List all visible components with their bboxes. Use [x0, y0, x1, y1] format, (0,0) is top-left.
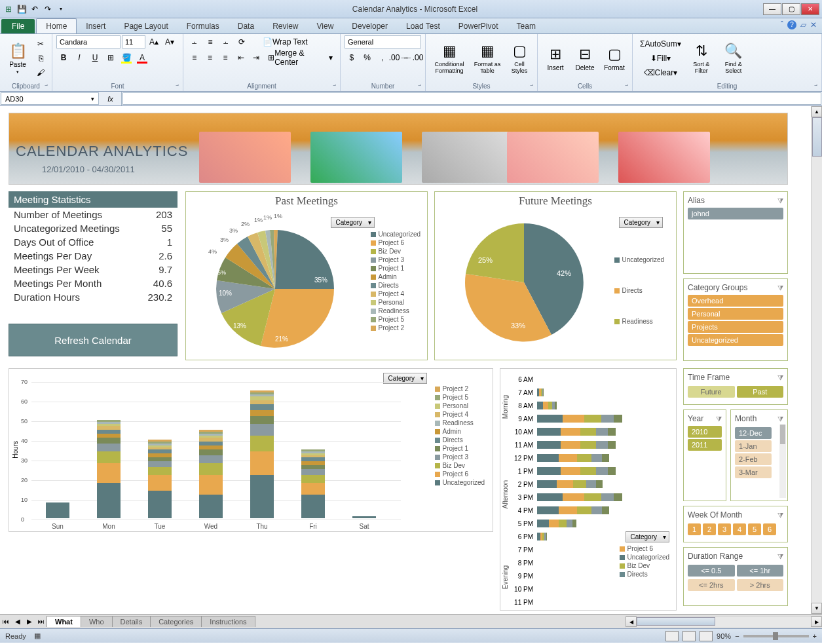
- sheet-tab[interactable]: Details: [112, 616, 151, 627]
- tab-formulas[interactable]: Formulas: [177, 19, 229, 33]
- comma-icon[interactable]: ,: [375, 51, 390, 64]
- scrollbar[interactable]: [779, 425, 786, 498]
- minimize-ribbon-icon[interactable]: ˆ: [781, 20, 783, 29]
- slicer-item[interactable]: 6: [763, 523, 776, 535]
- undo-icon[interactable]: ↶: [29, 3, 41, 15]
- format-as-table-button[interactable]: ▦Format as Table: [471, 37, 504, 79]
- help-icon[interactable]: ?: [787, 20, 796, 29]
- sheet-tab[interactable]: What: [47, 616, 81, 627]
- tab-data[interactable]: Data: [229, 19, 263, 33]
- slicer-item[interactable]: 3: [718, 523, 731, 535]
- bold-icon[interactable]: B: [56, 51, 71, 64]
- last-tab-icon[interactable]: ⏭: [35, 618, 47, 625]
- scroll-left-icon[interactable]: ◀: [626, 616, 637, 627]
- first-tab-icon[interactable]: ⏮: [0, 618, 12, 625]
- paste-button[interactable]: 📋Paste▾: [4, 37, 31, 79]
- scroll-thumb[interactable]: [637, 617, 715, 626]
- cell-styles-button[interactable]: ▢Cell Styles: [506, 37, 533, 79]
- slicer-item[interactable]: 2010: [688, 426, 722, 438]
- category-dropdown[interactable]: Category: [619, 217, 663, 228]
- formula-input[interactable]: [122, 92, 821, 105]
- slicer-item[interactable]: Past: [737, 386, 784, 398]
- normal-view-icon[interactable]: [665, 631, 679, 641]
- sheet-tab[interactable]: Categories: [150, 616, 202, 627]
- name-box[interactable]: AD30: [1, 92, 99, 105]
- window-restore-icon[interactable]: ▱: [800, 20, 806, 29]
- fill-button[interactable]: ⬇ Fill ▾: [637, 52, 684, 65]
- funnel-icon[interactable]: ⧩: [777, 197, 783, 205]
- slicer-item[interactable]: <= 2hrs: [688, 579, 735, 591]
- align-middle-icon[interactable]: ≡: [203, 35, 217, 48]
- slicer-item[interactable]: Overhead: [688, 295, 783, 307]
- autosum-button[interactable]: Σ AutoSum ▾: [637, 37, 684, 50]
- border-icon[interactable]: ⊞: [103, 51, 118, 64]
- scroll-thumb[interactable]: [812, 117, 822, 157]
- percent-icon[interactable]: %: [360, 51, 375, 64]
- slicer-item[interactable]: Future: [688, 386, 735, 398]
- tab-team[interactable]: Team: [508, 19, 545, 33]
- funnel-icon[interactable]: ⧩: [716, 415, 722, 423]
- decrease-decimal-icon[interactable]: ←.00: [407, 51, 421, 64]
- slicer-item[interactable]: Personal: [688, 308, 783, 320]
- slicer-item[interactable]: Projects: [688, 321, 783, 333]
- page-layout-view-icon[interactable]: [682, 631, 696, 641]
- slicer-item[interactable]: <= 1hr: [737, 565, 784, 577]
- page-break-view-icon[interactable]: [700, 631, 713, 641]
- zoom-slider[interactable]: [743, 635, 809, 637]
- tab-review[interactable]: Review: [263, 19, 307, 33]
- slicer-item[interactable]: 2-Feb: [735, 453, 772, 465]
- minimize-button[interactable]: —: [763, 3, 781, 15]
- tab-page-layout[interactable]: Page Layout: [115, 19, 177, 33]
- italic-icon[interactable]: I: [72, 51, 86, 64]
- funnel-icon[interactable]: ⧩: [777, 552, 783, 561]
- next-tab-icon[interactable]: ▶: [24, 618, 35, 625]
- slicer-item[interactable]: 1: [688, 523, 701, 535]
- accounting-icon[interactable]: $: [345, 51, 359, 64]
- funnel-icon[interactable]: ⧩: [777, 415, 783, 423]
- align-center-icon[interactable]: ≡: [203, 51, 217, 64]
- align-right-icon[interactable]: ≡: [218, 51, 233, 64]
- increase-font-icon[interactable]: A▴: [147, 35, 161, 48]
- decrease-font-icon[interactable]: A▾: [162, 35, 177, 48]
- tab-insert[interactable]: Insert: [77, 19, 115, 33]
- fx-icon[interactable]: fx: [100, 92, 122, 105]
- clear-button[interactable]: ⌫ Clear ▾: [637, 66, 684, 79]
- slicer-item[interactable]: johnd: [688, 208, 783, 219]
- tab-powerpivot[interactable]: PowerPivot: [449, 19, 508, 33]
- slicer-item[interactable]: 5: [748, 523, 761, 535]
- slicer-item[interactable]: 4: [733, 523, 746, 535]
- tab-developer[interactable]: Developer: [343, 19, 397, 33]
- window-close-icon[interactable]: ✕: [810, 20, 817, 29]
- redo-icon[interactable]: ↷: [42, 3, 54, 15]
- decrease-indent-icon[interactable]: ⇤: [234, 51, 248, 64]
- save-icon[interactable]: 💾: [16, 3, 28, 15]
- slicer-item[interactable]: 2011: [688, 439, 722, 451]
- macro-indicator-icon[interactable]: ▦: [34, 632, 41, 640]
- vertical-scrollbar[interactable]: ▲ ▼: [811, 106, 822, 614]
- worksheet[interactable]: CALENDAR ANALYTICS 12/01/2010 - 04/30/20…: [0, 106, 822, 628]
- excel-icon[interactable]: ⊞: [3, 3, 14, 15]
- horizontal-scrollbar[interactable]: ◀ ▶: [626, 616, 822, 627]
- insert-cells-button[interactable]: ⊞Insert: [542, 37, 569, 79]
- underline-icon[interactable]: U: [88, 51, 102, 64]
- scroll-right-icon[interactable]: ▶: [811, 616, 822, 627]
- align-top-icon[interactable]: ⫠: [187, 35, 202, 48]
- format-cells-button[interactable]: ▢Format: [601, 37, 628, 79]
- maximize-button[interactable]: ▢: [782, 3, 800, 15]
- format-painter-icon[interactable]: 🖌: [33, 66, 48, 79]
- slicer-item[interactable]: 2: [703, 523, 716, 535]
- align-left-icon[interactable]: ≡: [187, 51, 202, 64]
- wrap-text-button[interactable]: 📄 Wrap Text: [259, 35, 311, 48]
- qat-dropdown-icon[interactable]: ▾: [55, 3, 67, 15]
- sort-filter-button[interactable]: ⇅Sort & Filter: [686, 37, 717, 79]
- slicer-item[interactable]: 3-Mar: [735, 466, 772, 478]
- funnel-icon[interactable]: ⧩: [777, 373, 783, 382]
- tab-load-test[interactable]: Load Test: [397, 19, 449, 33]
- category-dropdown[interactable]: Category: [626, 531, 669, 542]
- cut-icon[interactable]: ✂: [33, 37, 48, 50]
- align-bottom-icon[interactable]: ⫠: [219, 35, 233, 48]
- font-size-combo[interactable]: 11: [122, 35, 145, 48]
- slicer-item[interactable]: > 2hrs: [737, 579, 784, 591]
- slicer-item[interactable]: 12-Dec: [735, 427, 772, 439]
- funnel-icon[interactable]: ⧩: [777, 511, 783, 520]
